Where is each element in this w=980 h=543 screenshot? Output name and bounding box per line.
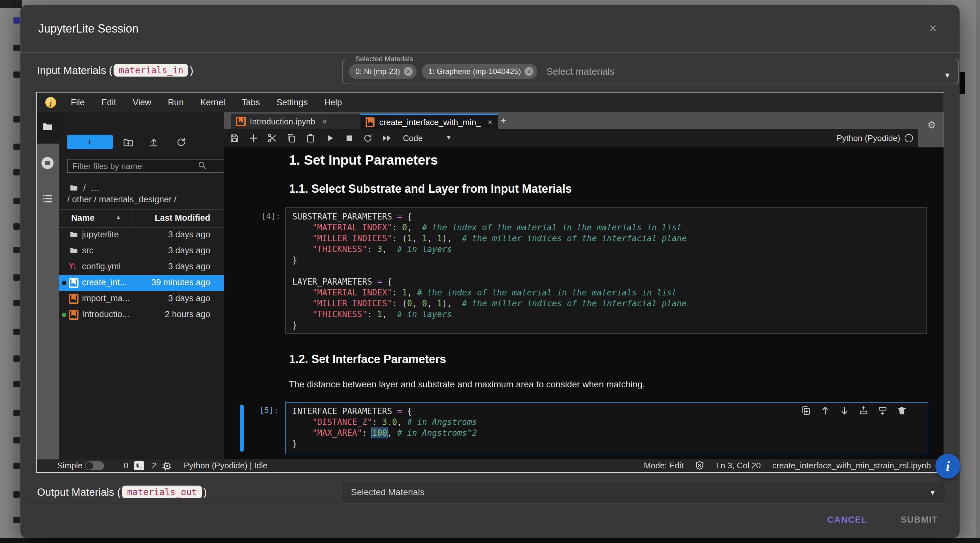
menu-help[interactable]: Help: [316, 98, 350, 107]
cut-icon[interactable]: [267, 133, 277, 143]
code-cell-4[interactable]: SUBSTRATE_PARAMETERS = { "MATERIAL_INDEX…: [285, 207, 927, 334]
new-folder-icon[interactable]: [123, 137, 133, 147]
input-materials-label: Input Materials ( materials_in ): [37, 64, 193, 76]
cursor-position[interactable]: Ln 3, Col 20: [716, 461, 761, 470]
breadcrumb-ellipsis[interactable]: …: [91, 183, 100, 193]
mode-indicator[interactable]: Mode: Edit: [644, 461, 683, 470]
menu-tabs[interactable]: Tabs: [234, 98, 268, 107]
breadcrumb-path[interactable]: / other / materials_designer /: [67, 194, 177, 204]
output-materials-select[interactable]: Selected Materials ▾: [342, 482, 945, 503]
cancel-button[interactable]: CANCEL: [822, 510, 872, 528]
insert-cell-icon[interactable]: [248, 133, 258, 143]
file-row[interactable]: Y:config.yml3 days ago: [58, 259, 224, 275]
chevron-down-icon[interactable]: ▾: [447, 133, 450, 142]
selected-materials-select[interactable]: Selected Materials 0: Ni (mp-23)×1: Grap…: [342, 55, 959, 84]
file-modified: 3 days ago: [168, 293, 210, 303]
file-row[interactable]: Introductio...2 hours ago: [58, 307, 224, 323]
output-materials-prefix: Output Materials (: [37, 486, 121, 498]
active-cell-collapser[interactable]: [240, 404, 244, 452]
filter-files-input[interactable]: [67, 159, 231, 173]
background-app-icon: [13, 116, 20, 123]
restart-kernel-icon[interactable]: [363, 133, 372, 143]
copy-icon[interactable]: [286, 133, 296, 143]
insert-cell-below-icon[interactable]: [878, 406, 887, 416]
file-row[interactable]: src3 days ago: [58, 243, 224, 259]
background-app-icon: [13, 355, 20, 362]
kernel-chip-icon[interactable]: [162, 461, 172, 471]
menu-run[interactable]: Run: [159, 98, 192, 107]
chevron-down-icon[interactable]: ▾: [945, 70, 950, 80]
simple-mode-label: Simple: [57, 461, 83, 470]
submit-button[interactable]: SUBMIT: [896, 510, 943, 528]
kernel-status-text[interactable]: Python (Pyodide) | Idle: [184, 461, 268, 470]
run-icon[interactable]: [325, 133, 335, 143]
chip-remove-icon[interactable]: ×: [404, 67, 413, 76]
file-row[interactable]: import_ma...3 days ago: [58, 291, 224, 307]
column-modified[interactable]: Last Modified: [155, 213, 210, 223]
cell-type-dropdown[interactable]: Code: [403, 133, 423, 143]
home-folder-icon[interactable]: [68, 184, 78, 192]
breadcrumb-root[interactable]: /: [83, 183, 86, 193]
running-kernels-icon[interactable]: [41, 157, 54, 169]
gears-icon[interactable]: ⚙: [928, 119, 936, 131]
column-name[interactable]: Name: [71, 213, 95, 223]
trust-shield-icon[interactable]: [695, 461, 705, 470]
refresh-icon[interactable]: [176, 137, 186, 147]
code-line: "DISTANCE_Z": 3.0, # in Angstroms: [292, 417, 921, 427]
upload-icon[interactable]: [148, 137, 159, 147]
column-divider: [130, 210, 131, 227]
table-of-contents-icon[interactable]: [42, 193, 53, 204]
chip-remove-icon[interactable]: ×: [525, 67, 534, 76]
tab-introduction[interactable]: Introduction.ipynb ×: [231, 113, 366, 129]
menu-settings[interactable]: Settings: [268, 98, 316, 107]
add-tab-icon[interactable]: +: [501, 115, 506, 126]
code-line: "MATERIAL_INDEX": 0, # the index of the …: [292, 222, 920, 233]
code-cell-5[interactable]: INTERFACE_PARAMETERS = { "DISTANCE_Z": 3…: [285, 402, 928, 454]
info-button[interactable]: i: [935, 454, 960, 479]
material-chip[interactable]: 0: Ni (mp-23)×: [349, 64, 417, 79]
move-cell-up-icon[interactable]: [820, 406, 830, 416]
paste-icon[interactable]: [305, 133, 315, 143]
sort-asc-icon[interactable]: ▲: [116, 214, 121, 220]
simple-mode-toggle[interactable]: [84, 461, 104, 470]
stop-icon[interactable]: [344, 133, 354, 143]
folder-icon: [68, 246, 78, 256]
background-app-icon: [13, 198, 20, 204]
status-bar: Simple 0 $_ 2 Python (Pyodide) | Idle Mo…: [37, 459, 943, 472]
background-app-icon: [13, 223, 20, 230]
save-icon[interactable]: [229, 133, 239, 143]
new-launcher-button[interactable]: +: [67, 135, 113, 149]
menu-kernel[interactable]: Kernel: [192, 98, 234, 107]
breadcrumb[interactable]: / …: [68, 183, 100, 193]
menu-view[interactable]: View: [124, 98, 159, 107]
menu-file[interactable]: File: [62, 98, 93, 107]
material-chip[interactable]: 1: Graphene (mp-1040425)×: [422, 64, 538, 79]
code-line: "MILLER_INDICES": (1, 1, 1), # the mille…: [292, 233, 920, 244]
menu-items: FileEditViewRunKernelTabsSettingsHelp: [62, 98, 350, 107]
kernel-name[interactable]: Python (Pyodide): [837, 133, 900, 143]
delete-cell-icon[interactable]: [897, 406, 906, 416]
material-chip-label: 0: Ni (mp-23): [355, 67, 400, 76]
terminal-icon[interactable]: $_: [134, 461, 144, 470]
file-name: config.yml: [82, 262, 121, 271]
kernel-count[interactable]: 2: [152, 461, 156, 470]
output-materials-label: Output Materials ( materials_out ): [37, 486, 207, 498]
select-materials-placeholder: Select materials: [546, 66, 614, 76]
notebook-icon: [68, 310, 78, 322]
heading-1: 1. Set Input Parameters: [289, 153, 438, 168]
close-icon[interactable]: ×: [929, 22, 937, 35]
move-cell-down-icon[interactable]: [839, 406, 849, 416]
files-tab-icon[interactable]: [42, 121, 53, 132]
duplicate-cell-icon[interactable]: [801, 406, 811, 416]
tab-create-interface[interactable]: create_interface_with_min_ ×: [361, 113, 498, 129]
menu-edit[interactable]: Edit: [93, 98, 125, 107]
insert-cell-above-icon[interactable]: [859, 406, 868, 416]
file-row[interactable]: create_int...39 minutes ago: [58, 275, 224, 291]
notebook-icon: [68, 278, 78, 290]
notebook-content: 1. Set Input Parameters 1.1. Select Subs…: [224, 147, 943, 459]
close-tab-icon[interactable]: ×: [488, 117, 493, 127]
terminal-count[interactable]: 0: [124, 461, 128, 470]
file-row[interactable]: jupyterlite3 days ago: [58, 227, 224, 243]
run-all-icon[interactable]: [382, 133, 391, 143]
close-tab-icon[interactable]: ×: [322, 116, 327, 126]
